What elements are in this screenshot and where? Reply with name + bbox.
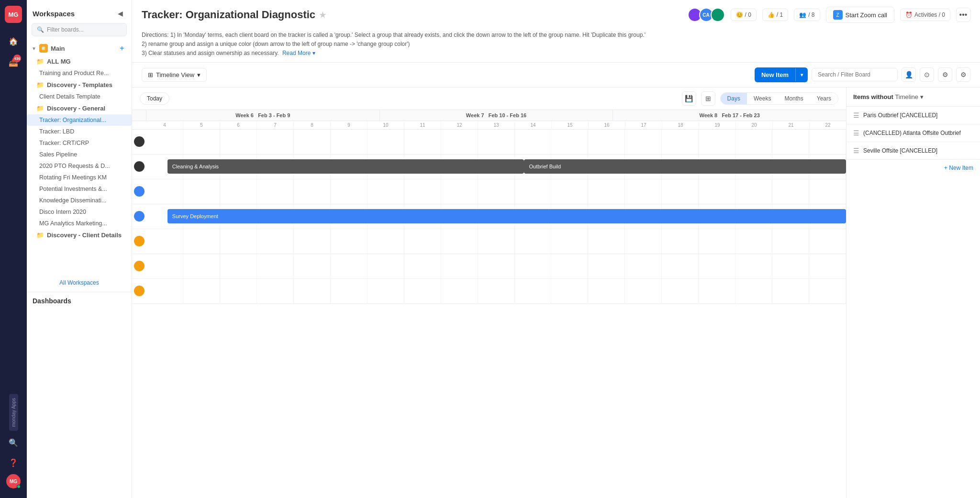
gc [146, 254, 183, 278]
star-icon[interactable]: ★ [319, 11, 326, 20]
zoom-button[interactable]: Z Start Zoom call [826, 7, 894, 23]
row1-grid [146, 130, 846, 154]
folder-icon: 📁 [36, 232, 44, 239]
discovery-client-details-header[interactable]: 📁 Discovery - Client Details [27, 229, 132, 241]
gc [515, 229, 552, 254]
folder-icon: 📁 [36, 105, 44, 112]
filter-icon[interactable]: ⚙ [938, 67, 952, 82]
timeline-row-7 [132, 279, 846, 304]
discovery-general-header[interactable]: 📁 Discovery - General [27, 102, 132, 114]
new-item-link[interactable]: + New Item [846, 160, 980, 176]
sidebar-item-potential[interactable]: Potential Investments &... [27, 183, 132, 195]
columns-icon[interactable]: ⊞ [701, 91, 715, 106]
right-panel-timeline-label[interactable]: Timeline ▾ [895, 93, 923, 100]
item-icon-3: ☰ [853, 147, 859, 155]
read-more-link[interactable]: Read More ▾ [282, 50, 315, 56]
monday-apps-label[interactable]: monday Apps [9, 394, 18, 431]
right-panel-item-2[interactable]: ☰ (CANCELLED) Atlanta Offsite Outbrief [846, 124, 980, 142]
outbrief-build-bar[interactable]: Outbrief Build [524, 159, 846, 174]
day-16: 16 [589, 121, 625, 129]
right-panel-item-3[interactable]: ☰ Seville Offsite [CANCELLED] [846, 142, 980, 160]
sidebar-item-pto[interactable]: 2020 PTO Requests & D... [27, 160, 132, 172]
gc [478, 254, 515, 278]
tab-years[interactable]: Years [810, 93, 838, 104]
avatar-3 [711, 8, 725, 22]
search-icon: 🔍 [37, 26, 44, 33]
view-toggle-icon[interactable]: ⊙ [920, 67, 934, 82]
gc [551, 279, 588, 303]
gc [809, 130, 846, 154]
gc [772, 254, 809, 278]
today-button[interactable]: Today [140, 92, 169, 105]
thumbs-button[interactable]: 👍 / 1 [762, 9, 788, 21]
search-filter-input[interactable] [812, 68, 898, 81]
gc [551, 179, 588, 204]
settings-icon[interactable]: ⚙ [956, 67, 970, 82]
more-button[interactable]: ••• [956, 8, 970, 22]
sidebar-collapse-button[interactable]: ◀ [114, 8, 126, 19]
survey-deployment-bar[interactable]: Survey Deployment [167, 209, 846, 223]
tab-weeks[interactable]: Weeks [747, 93, 778, 104]
dot-col-header [132, 110, 146, 121]
timeline-view-button[interactable]: ⊞ Timeline View ▾ [142, 68, 207, 82]
gc [515, 130, 552, 154]
sidebar-item-rotating-fri[interactable]: Rotating Fri Meetings KM [27, 172, 132, 183]
new-item-dropdown-icon[interactable]: ▾ [795, 68, 808, 81]
row1-dot-col [132, 136, 146, 147]
sidebar-item-client-details-template[interactable]: Client Details Template [27, 91, 132, 102]
gc [404, 130, 441, 154]
row1-dot [134, 136, 145, 147]
gc [441, 130, 478, 154]
gc [294, 179, 331, 204]
discovery-templates-header[interactable]: 📁 Discovery - Templates [27, 79, 132, 91]
sidebar-item-training[interactable]: Training and Product Re... [27, 67, 132, 79]
user-avatar[interactable]: MG [6, 474, 21, 488]
sidebar-item-disco-intern[interactable]: Disco Intern 2020 [27, 206, 132, 218]
new-item-button[interactable]: New Item ▾ [755, 67, 808, 82]
row2-grid: Cleaning & Analysis Outbrief Build [146, 155, 846, 179]
day-8: 8 [294, 121, 331, 129]
sidebar-item-tracker-org[interactable]: Tracker: Organizational... [27, 114, 132, 126]
help-icon[interactable]: ❓ [5, 454, 22, 471]
inbox-icon[interactable]: 📥 436 [5, 54, 22, 71]
save-icon[interactable]: 💾 [682, 91, 696, 106]
day-6: 6 [220, 121, 257, 129]
sidebar-item-knowledge[interactable]: Knowledge Disseminati... [27, 195, 132, 206]
right-panel-item-1[interactable]: ☰ Paris Outbrief [CANCELLED] [846, 107, 980, 124]
reactions-button[interactable]: 😊 / 0 [731, 9, 757, 21]
all-workspaces-link[interactable]: All Workspaces [27, 274, 132, 292]
row7-dot-col [132, 286, 146, 296]
gc [809, 229, 846, 254]
sidebar-item-blank1[interactable] [27, 241, 132, 252]
activities-button[interactable]: ⏰ Activities / 0 [900, 9, 950, 21]
dashboards-label: Dashboards [27, 292, 132, 310]
person-filter-icon[interactable]: 👤 [902, 67, 916, 82]
row5-dot [134, 236, 145, 246]
sidebar-item-tracker-lbd[interactable]: Tracker: LBD [27, 126, 132, 137]
sidebar-item-sales-pipeline[interactable]: Sales Pipeline [27, 149, 132, 160]
all-mg-item[interactable]: 📁 ALL MG [27, 55, 132, 67]
gc [699, 179, 735, 204]
more-icon: ••• [959, 11, 968, 19]
sidebar-item-mg-analytics[interactable]: MG Analytics Marketing... [27, 218, 132, 229]
discovery-client-details-label: Discovery - Client Details [47, 232, 122, 239]
folder-icon: 📁 [36, 58, 44, 65]
gc [625, 179, 662, 204]
gc [478, 130, 515, 154]
gc [625, 254, 662, 278]
members-button[interactable]: 👥 / 8 [794, 9, 820, 21]
all-mg-label: ALL MG [47, 58, 71, 65]
gc [699, 229, 735, 254]
sidebar-item-tracker-crt[interactable]: Tracker: CRT/CRP [27, 137, 132, 149]
tab-days[interactable]: Days [721, 93, 747, 104]
tab-months[interactable]: Months [778, 93, 810, 104]
add-group-button[interactable]: + [117, 44, 127, 53]
search-icon[interactable]: 🔍 [5, 434, 22, 451]
main-group-header[interactable]: ▼ ⊞ Main + [27, 41, 132, 55]
gc [662, 279, 699, 303]
cleaning-analysis-bar[interactable]: Cleaning & Analysis [167, 159, 524, 174]
search-boards[interactable]: 🔍 Filter boards... [32, 23, 127, 36]
home-icon[interactable]: 🏠 [5, 33, 22, 50]
sidebar-item-blank3[interactable] [27, 262, 132, 273]
sidebar-item-blank2[interactable] [27, 252, 132, 262]
